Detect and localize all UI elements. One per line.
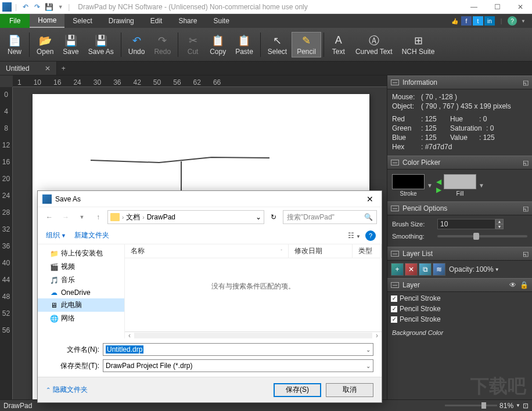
visibility-icon[interactable]: 👁 [509,281,516,289]
close-button[interactable]: ✕ [509,0,532,14]
undo-icon[interactable]: ↶ [20,2,31,12]
fill-color-swatch[interactable] [444,174,476,189]
combo-dropdown-icon[interactable]: ⌄ [366,347,371,353]
curved-text-button[interactable]: ⒶCurved Text [351,33,397,57]
dialog-help-button[interactable]: ? [365,230,376,241]
tab-close-icon[interactable]: ✕ [45,64,51,73]
collapse-icon[interactable] [391,160,399,165]
popout-icon[interactable]: ◱ [523,159,529,167]
stroke-dropdown-icon[interactable]: ▼ [427,182,434,189]
maximize-button[interactable]: ☐ [486,0,509,14]
dialog-close-button[interactable]: ✕ [363,194,377,204]
file-menu[interactable]: File [0,14,30,28]
brush-size-input[interactable] [437,219,495,229]
minimize-button[interactable]: — [462,0,486,14]
view-mode-button[interactable]: ☷ ▼ [348,232,361,240]
chevron-icon[interactable]: › [142,214,144,221]
filename-input[interactable]: Untitled.drp⌄ [103,343,373,356]
tree-item[interactable]: 🎵音乐 [38,273,124,287]
tab-edit[interactable]: Edit [142,14,171,28]
col-date[interactable]: 修改日期 [289,244,353,258]
slider-thumb[interactable] [473,233,479,240]
brush-size-spinbox[interactable]: ▲▼ [437,219,504,229]
zoom-fit-icon[interactable]: ⊡ [523,402,529,410]
saveas-button[interactable]: 💾Save As [84,33,118,57]
collapse-icon[interactable] [391,80,399,85]
tree-item[interactable]: 🎬视频 [38,260,124,273]
new-button[interactable]: 📄New [2,33,27,57]
hide-folders-link[interactable]: ⌃隐藏文件夹 [46,385,88,395]
refresh-button[interactable]: ↻ [267,213,281,221]
layer-checkbox[interactable]: ✓ [391,306,397,312]
layer-checkbox[interactable]: ✓ [391,316,397,323]
open-button[interactable]: 📂Open [32,33,58,57]
zoom-slider[interactable] [445,405,497,406]
combo-dropdown-icon[interactable]: ⌄ [366,363,371,369]
chevron-icon[interactable]: › [122,214,124,221]
spin-down-icon[interactable]: ▼ [495,224,504,229]
cancel-button[interactable]: 取消 [326,383,373,397]
fill-dropdown-icon[interactable]: ▼ [479,182,486,189]
tab-drawing[interactable]: Drawing [100,14,142,28]
collapse-icon[interactable] [391,282,399,288]
layer-item[interactable]: ✓Pencil Stroke [387,304,532,314]
crumb-drawpad[interactable]: DrawPad [147,213,175,221]
spin-up-icon[interactable]: ▲ [495,219,504,224]
save-button[interactable]: 💾Save [58,33,83,57]
nav-forward-button[interactable]: → [59,210,73,224]
tab-share[interactable]: Share [170,14,205,28]
pencil-tool-button[interactable]: ✎Pencil [292,32,321,57]
opacity-dropdown-icon[interactable]: ▼ [495,267,499,272]
qat-dropdown-icon[interactable]: ▼ [55,2,66,12]
tree-item[interactable]: 📁待上传安装包 [38,247,124,260]
linkedin-icon[interactable]: in [484,16,495,26]
tab-select[interactable]: Select [64,14,100,28]
select-tool-button[interactable]: ↖Select [263,33,292,57]
search-icon[interactable]: 🔍 [364,213,373,221]
popout-icon[interactable]: ◱ [523,79,529,86]
tree-item[interactable]: 🖥此电脑 [38,298,124,312]
nav-recents-button[interactable]: ▼ [75,210,89,224]
redo-icon[interactable]: ↷ [32,2,42,12]
save-icon[interactable]: 💾 [44,2,54,12]
layer-item[interactable]: ✓Pencil Stroke [387,293,532,304]
crumb-documents[interactable]: 文档 [126,212,140,222]
tab-suite[interactable]: Suite [205,14,237,28]
layer-item[interactable]: ✓Pencil Stroke [387,314,532,325]
nav-up-button[interactable]: ↑ [91,210,105,224]
swap-colors[interactable]: ◀▶ [436,178,441,194]
copy-button[interactable]: 📋Copy [205,33,231,57]
delete-layer-button[interactable]: ✕ [405,263,418,276]
add-layer-button[interactable]: + [391,263,404,276]
layer-checkbox[interactable]: ✓ [391,295,397,302]
col-type[interactable]: 类型 [353,244,382,258]
breadcrumb[interactable]: › 文档 › DrawPad ⌄ [107,210,264,224]
save-button[interactable]: 保存(S) [274,383,321,397]
crumb-dropdown-icon[interactable]: ⌄ [256,213,261,221]
filetype-select[interactable]: DrawPad Project File (*.drp)⌄ [103,359,373,372]
collapse-icon[interactable] [391,206,399,211]
new-folder-button[interactable]: 新建文件夹 [72,229,112,241]
zoom-dropdown-icon[interactable]: ▼ [516,403,520,408]
help-dropdown-icon[interactable]: ▼ [518,16,529,26]
merge-layer-button[interactable]: ≋ [433,263,445,276]
col-name[interactable]: 名称ˆ [125,244,289,258]
smoothing-slider[interactable] [437,235,527,237]
undo-button[interactable]: ↶Undo [124,33,150,57]
popout-icon[interactable]: ◱ [523,205,529,212]
duplicate-layer-button[interactable]: ⧉ [419,263,432,276]
like-icon[interactable]: 👍 [450,16,460,26]
tree-item[interactable]: 🌐网络 [38,312,124,325]
twitter-icon[interactable]: t [473,16,483,26]
tab-home[interactable]: Home [30,14,64,28]
stroke-color-swatch[interactable] [392,174,425,189]
nav-back-button[interactable]: ← [42,210,56,224]
help-icon[interactable]: ? [508,16,517,26]
facebook-icon[interactable]: f [461,16,472,26]
search-input[interactable]: 搜索"DrawPad" 🔍 [283,210,377,224]
text-tool-button[interactable]: AText [326,33,351,57]
paste-button[interactable]: 📋Paste [231,33,258,57]
organize-button[interactable]: 组织▼ [44,229,69,241]
tree-item[interactable]: ☁OneDrive [38,287,124,298]
popout-icon[interactable]: ◱ [523,250,529,258]
